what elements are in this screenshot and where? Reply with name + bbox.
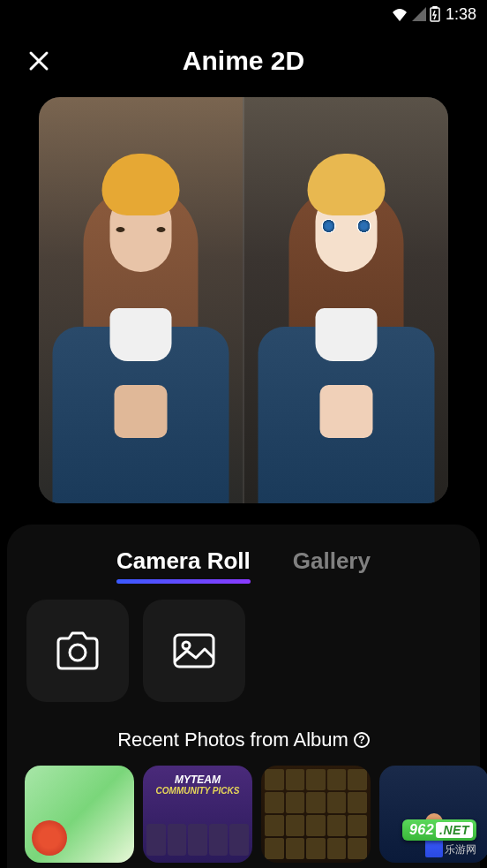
watermark: 962.NET 乐游网 [402, 819, 476, 857]
recent-section-title: Recent Photos from Album ? [21, 728, 466, 751]
recent-thumb[interactable]: MYTEAM COMMUNITY PICKS [143, 766, 252, 863]
picker-panel: Camera Roll Gallery Recent Photos from A… [7, 525, 480, 868]
watermark-sub: 乐游网 [402, 842, 476, 857]
header: Anime 2D [0, 28, 487, 97]
signal-icon [412, 7, 426, 21]
recent-thumb[interactable] [25, 766, 134, 863]
camera-icon [55, 631, 101, 670]
page-title: Anime 2D [21, 46, 466, 76]
style-preview [39, 97, 448, 503]
preview-original [39, 97, 243, 503]
preview-anime [243, 97, 448, 503]
status-bar: 1:38 [0, 0, 487, 28]
svg-point-4 [183, 642, 190, 649]
battery-charging-icon [430, 6, 440, 22]
tab-camera-roll[interactable]: Camera Roll [116, 547, 251, 580]
recent-thumb[interactable] [261, 766, 371, 863]
watermark-badge: 962.NET [402, 819, 476, 841]
close-icon [27, 49, 50, 72]
tab-gallery[interactable]: Gallery [293, 547, 371, 580]
recent-thumbnails: MYTEAM COMMUNITY PICKS 25 26 [21, 766, 466, 863]
svg-point-2 [70, 645, 86, 660]
pick-image-button[interactable] [143, 600, 245, 702]
source-tabs: Camera Roll Gallery [21, 547, 466, 580]
recent-label: Recent Photos from Album [117, 728, 348, 751]
take-photo-button[interactable] [26, 600, 129, 702]
svg-rect-1 [433, 6, 437, 8]
action-row [21, 600, 466, 702]
status-time: 1:38 [446, 5, 476, 24]
image-icon [171, 631, 217, 670]
wifi-icon [391, 7, 408, 21]
close-button[interactable] [25, 47, 53, 75]
status-icons [391, 6, 440, 22]
help-icon[interactable]: ? [354, 732, 370, 748]
